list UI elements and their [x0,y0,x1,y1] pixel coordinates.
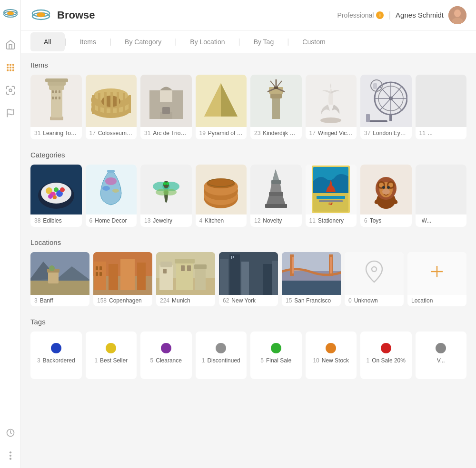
category-card-toys[interactable]: 6 Toys [360,165,412,227]
tag-card-final-sale[interactable]: 5 Final Sale [250,332,302,379]
categories-section-title: Categories [30,151,466,159]
category-card-kitchen[interactable]: 4 Kitchen [196,165,247,227]
item-name: Banff [40,297,53,304]
item-card-winged-victory[interactable]: 17 Winged Victory... [306,75,357,139]
svg-rect-161 [241,262,249,295]
svg-point-15 [9,451,11,453]
tag-card-new-stock[interactable]: 10 New Stock [306,332,357,379]
category-label-novelty: 12 Novelty [250,214,302,227]
category-card-stationery[interactable]: SF 11 Stationery [306,165,357,227]
category-card-home-decor[interactable]: 6 Home Decor [86,165,137,227]
category-card-jewelry[interactable]: 13 Jewelry [140,165,192,227]
vase-icon [97,167,125,212]
sidebar-grid-icon[interactable] [4,61,17,74]
svg-rect-48 [149,90,160,119]
tab-by-tag[interactable]: By Tag [240,32,288,51]
svg-rect-64 [274,87,278,89]
svg-point-16 [9,455,11,457]
sidebar-flag-icon[interactable] [4,107,17,120]
category-image-home-decor [86,165,137,214]
tag-card-v[interactable]: V... [416,332,467,379]
svg-point-65 [320,117,341,123]
tab-by-category[interactable]: By Category [111,32,175,51]
sidebar-home-icon[interactable] [4,38,17,51]
svg-rect-157 [187,265,191,271]
svg-rect-56 [272,95,280,119]
svg-point-20 [37,12,45,17]
svg-point-12 [9,89,12,92]
category-label-jewelry: 13 Jewelry [140,214,192,227]
location-image-san-francisco [282,252,341,295]
location-card-new-york[interactable]: 62 New York [219,252,278,306]
item-name: Best Seller [100,357,128,364]
sidebar-more-icon[interactable] [4,449,17,462]
location-card-unknown[interactable]: 0 Unknown [345,252,404,306]
unknown-location-icon [365,260,384,288]
svg-point-6 [7,67,9,68]
tag-card-on-sale[interactable]: 1 On Sale 20% [360,332,412,379]
location-card-munich[interactable]: 224 Munich [156,252,215,306]
location-card-copenhagen[interactable]: 158 Copenhagen [93,252,152,306]
location-label-unknown: 0 Unknown [345,295,404,306]
item-card-london-eye[interactable]: 37 London Eye Bra... [360,75,412,139]
location-card-add[interactable]: Location [407,252,466,306]
svg-rect-107 [271,180,281,184]
svg-point-88 [105,177,117,185]
svg-rect-74 [369,120,387,122]
sidebar-clock-icon[interactable] [4,426,17,439]
svg-rect-40 [92,95,95,114]
tab-custom[interactable]: Custom [289,32,338,51]
info-icon[interactable]: i [376,11,384,19]
svg-rect-162 [250,257,262,295]
item-count: 1 [94,357,98,364]
item-card-pyramid[interactable]: 19 Pyramid of Giza... [196,75,247,139]
item-card-colosseum[interactable]: 17 Colosseum of R... [86,75,137,139]
svg-rect-33 [55,97,57,99]
location-card-san-francisco[interactable]: 15 San Francisco [282,252,341,306]
item-name: San Francisco [294,297,331,304]
tag-card-backordered[interactable]: 3 Backordered [30,332,82,379]
item-card-leaning-tower[interactable]: 31 Leaning Tower... [30,75,82,139]
svg-rect-155 [163,269,167,273]
svg-rect-133 [30,281,89,295]
svg-rect-49 [172,90,183,119]
avatar[interactable] [448,6,466,24]
item-image-arc [140,75,192,127]
svg-point-5 [12,64,14,66]
svg-point-79 [41,183,71,204]
tag-card-clearance[interactable]: 5 Clearance [140,332,192,379]
tab-all[interactable]: All [30,32,65,51]
svg-rect-41 [98,93,100,113]
sidebar-scan-icon[interactable] [4,84,17,97]
location-card-banff[interactable]: 3 Banff [30,252,89,306]
item-name: Stationery [318,217,344,224]
sidebar [0,0,21,468]
category-card-edibles[interactable]: 38 Edibles [30,165,82,227]
svg-rect-165 [231,256,232,259]
tag-card-best-seller[interactable]: 1 Best Seller [86,332,137,379]
category-card-w[interactable]: W... [416,165,467,227]
svg-point-136 [49,265,55,271]
tag-dot-new-stock [326,343,336,353]
item-image-london-eye [360,75,412,127]
svg-rect-31 [59,90,60,93]
location-label-san-francisco: 15 San Francisco [282,295,341,306]
tabs-bar: All | Items | By Category | By Location … [21,30,476,53]
item-count: 6 [89,217,93,224]
item-count: 11 [309,217,316,224]
dragonfly-icon [147,173,185,206]
item-card-arc[interactable]: 31 Arc de Triomph... [140,75,192,139]
item-name: Unknown [354,297,378,304]
item-card-windmill[interactable]: 23 Kinderdijk Win... [250,75,302,139]
tab-by-location[interactable]: By Location [177,32,238,51]
category-card-novelty[interactable]: 12 Novelty [250,165,302,227]
tab-items[interactable]: Items [67,32,109,51]
header-right: Professional i | Agnes Schmidt [337,6,466,24]
tag-label-clearance: 5 Clearance [147,357,186,368]
item-name: Backordered [43,357,75,364]
items-grid: 31 Leaning Tower... [30,75,466,139]
svg-point-17 [9,458,11,460]
item-card-last[interactable]: 11 ... [416,75,467,139]
tag-card-discontinued[interactable]: 1 Discontinued [196,332,247,379]
sf-poster-icon: SF [309,165,352,214]
